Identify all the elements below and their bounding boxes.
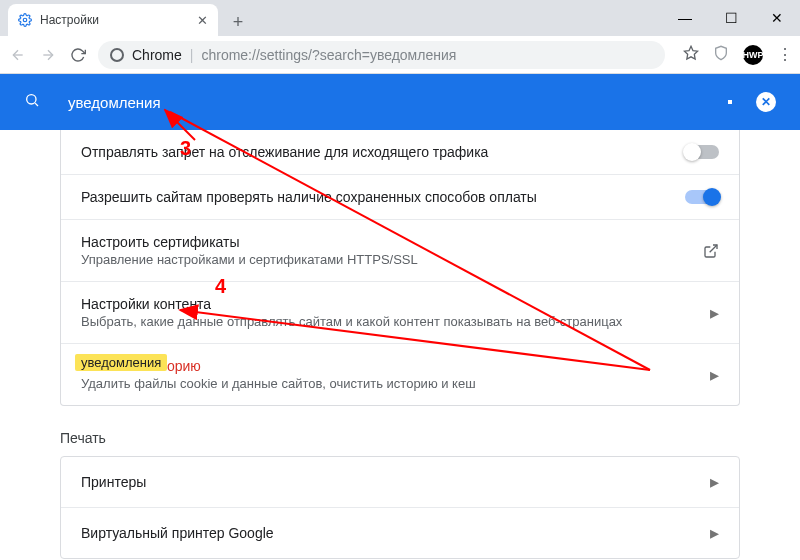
row-title: Отправлять запрет на отслеживание для ис… [81,144,685,160]
row-title: Разрешить сайтам проверять наличие сохра… [81,189,685,205]
search-highlight-badge: уведомления [75,354,167,371]
row-do-not-track[interactable]: Отправлять запрет на отслеживание для ис… [61,130,739,174]
window-controls: — ☐ ✕ [662,0,800,36]
row-title: Принтеры [81,474,710,490]
toggle-do-not-track[interactable] [685,145,719,159]
section-label-print: Печать [60,430,740,446]
window-close-button[interactable]: ✕ [754,0,800,36]
row-title: уведомления Очистить историю [81,358,710,374]
omnibox[interactable]: Chrome | chrome://settings/?search=уведо… [98,41,665,69]
chevron-right-icon: ▸ [710,364,719,386]
svg-line-4 [710,245,717,252]
back-button[interactable] [8,45,28,65]
settings-search-input[interactable] [68,94,728,111]
row-content-settings[interactable]: Настройки контента Выбрать, какие данные… [61,281,739,343]
search-clear-button[interactable]: ✕ [756,92,776,112]
titlebar: Настройки ✕ + — ☐ ✕ [0,0,800,36]
search-indicator-dot [728,100,732,104]
gear-icon [18,13,32,27]
profile-avatar[interactable]: HWP [743,45,763,65]
chrome-icon [110,48,124,62]
toggle-payment-check[interactable] [685,190,719,204]
reload-button[interactable] [68,45,88,65]
omnibox-prefix: Chrome [132,47,182,63]
chevron-right-icon: ▸ [710,471,719,493]
chevron-right-icon: ▸ [710,302,719,324]
row-certificates[interactable]: Настроить сертификаты Управление настрой… [61,219,739,281]
search-icon [24,92,44,112]
row-printers[interactable]: Принтеры ▸ [61,457,739,507]
settings-content: Отправлять запрет на отслеживание для ис… [0,130,800,559]
row-payment-check[interactable]: Разрешить сайтам проверять наличие сохра… [61,174,739,219]
row-title: Настройки контента [81,296,710,312]
shield-icon[interactable] [713,45,729,65]
external-link-icon [703,243,719,259]
row-clear-history[interactable]: уведомления Очистить историю Удалить фай… [61,343,739,405]
settings-card-privacy: Отправлять запрет на отслеживание для ис… [60,130,740,406]
svg-line-3 [35,103,38,106]
row-subtitle: Удалить файлы cookie и данные сайтов, оч… [81,376,710,391]
tab-close-icon[interactable]: ✕ [197,13,208,28]
row-title: Виртуальный принтер Google [81,525,710,541]
svg-point-0 [23,18,27,22]
menu-kebab-icon[interactable]: ⋮ [777,45,792,64]
window-maximize-button[interactable]: ☐ [708,0,754,36]
chevron-right-icon: ▸ [710,522,719,544]
forward-button[interactable] [38,45,58,65]
window-minimize-button[interactable]: — [662,0,708,36]
settings-card-print: Принтеры ▸ Виртуальный принтер Google ▸ [60,456,740,559]
svg-marker-1 [684,46,697,59]
svg-point-2 [27,95,36,104]
settings-search-header: ✕ [0,74,800,130]
row-subtitle: Управление настройками и сертификатами H… [81,252,703,267]
browser-toolbar: Chrome | chrome://settings/?search=уведо… [0,36,800,74]
row-cloud-printer[interactable]: Виртуальный принтер Google ▸ [61,507,739,558]
row-title: Настроить сертификаты [81,234,703,250]
tab-title: Настройки [40,13,99,27]
row-subtitle: Выбрать, какие данные отправлять сайтам … [81,314,710,329]
new-tab-button[interactable]: + [224,8,252,36]
browser-tab[interactable]: Настройки ✕ [8,4,218,36]
omnibox-url: chrome://settings/?search=уведомления [201,47,456,63]
bookmark-star-icon[interactable] [683,45,699,65]
